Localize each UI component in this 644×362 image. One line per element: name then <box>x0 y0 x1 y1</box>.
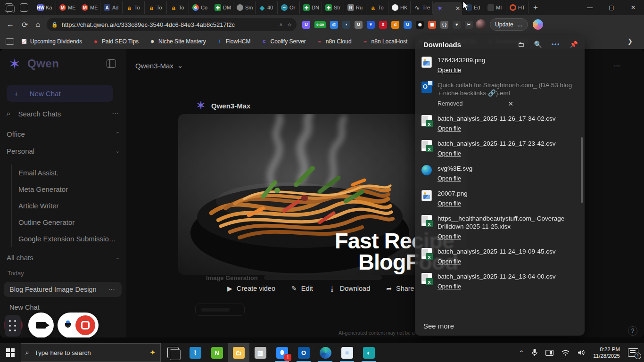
browser-tab[interactable]: aTo <box>123 1 145 14</box>
new-chat-button[interactable]: + New Chat <box>7 85 113 102</box>
address-bar[interactable]: 🔒 https://chat.qwen.ai/c/333c89ec-3540-4… <box>47 18 297 31</box>
audio-spiral-icon[interactable]: ◐ <box>358 343 380 362</box>
home-icon[interactable]: ⌂ <box>35 20 40 29</box>
download-item[interactable]: batch_analysis_2025-11-26_17-23-42.csvOp… <box>421 140 576 157</box>
zoom-icon[interactable]: ⬮1 <box>271 343 293 362</box>
taskbar-clock[interactable]: 8:22 PM 11/28/2025 <box>593 346 620 359</box>
start-button[interactable] <box>0 343 21 362</box>
red-s-icon[interactable]: S <box>379 21 387 29</box>
favorite-star-icon[interactable]: ☆ <box>287 22 292 28</box>
browser-tab[interactable]: RRu <box>344 1 366 14</box>
share-button[interactable]: ➦Share <box>386 285 414 292</box>
bookmark-item[interactable]: ◆Paid SEO Tips <box>92 38 139 45</box>
vertical-tabs-icon[interactable] <box>20 3 28 12</box>
restore-button[interactable]: ▢ <box>601 0 622 15</box>
browser-tab[interactable]: AAd <box>100 1 123 14</box>
browser-tab[interactable]: ◆40 <box>256 1 278 14</box>
microphone-icon[interactable] <box>532 349 537 356</box>
timer-badge-icon[interactable]: 9:39 <box>314 21 326 28</box>
open-file-link[interactable]: Open file <box>438 175 461 182</box>
edit-button[interactable]: ✎Edit <box>291 285 313 292</box>
blue-triangle-icon[interactable]: ▼ <box>367 21 375 29</box>
bookmark-item[interactable]: 📈Upcoming Dividends <box>21 38 82 45</box>
workspaces-icon[interactable] <box>5 3 13 12</box>
browser-tab[interactable]: ∿Tre <box>411 1 433 14</box>
blue-shield-icon[interactable]: U <box>404 21 412 29</box>
voice-caret-icon[interactable]: ˄ <box>280 22 282 28</box>
chat-history-item[interactable]: Blog Featured Image Design⋯ <box>4 282 122 297</box>
vscode-icon[interactable]: ⌇ <box>184 343 206 362</box>
dailydev-icon[interactable]: d <box>391 21 399 29</box>
browser-tab[interactable]: MI <box>484 1 506 14</box>
search-chats-button[interactable]: ⌕ Search Chats ⋯ <box>7 109 120 118</box>
sidebar-item-google-extension-submission-g[interactable]: Google Extension Submission G... <box>12 230 120 247</box>
task-view-icon[interactable] <box>167 347 179 358</box>
chat-item-menu-dots[interactable]: ⋯ <box>108 286 116 293</box>
browser-tab[interactable]: HT <box>506 1 528 14</box>
page-menu-dots[interactable]: ⋯ <box>614 62 621 69</box>
system-monitor-icon[interactable]: ▥ <box>249 343 271 362</box>
browser-tab[interactable]: ✚Str <box>322 1 344 14</box>
open-file-link[interactable]: Open file <box>438 233 461 240</box>
open-file-link[interactable]: Open file <box>438 150 461 157</box>
open-file-link[interactable]: Open file <box>438 200 461 207</box>
open-file-link[interactable]: Open file <box>438 67 461 74</box>
recorder-avatar[interactable] <box>4 315 25 336</box>
browser-profile-avatar[interactable] <box>476 19 486 30</box>
bookmark-item[interactable]: ∞n8n Cloud <box>316 38 352 45</box>
microphone-icon[interactable] <box>65 321 71 330</box>
at-sign-icon[interactable]: @ <box>330 21 338 29</box>
download-item[interactable]: Quick collab for Straightnorth.com_ (DA … <box>421 81 576 107</box>
search-options-dots[interactable]: ⋯ <box>112 109 120 118</box>
snip-tool-icon[interactable]: ✂ <box>465 21 473 29</box>
stop-recording-button[interactable] <box>75 315 95 335</box>
notepadpp-icon[interactable]: N <box>206 343 228 362</box>
browser-tab[interactable]: ~Or <box>278 1 300 14</box>
sidebar-section-personal[interactable]: Personal ⌄ <box>7 147 120 155</box>
download-item[interactable]: 20007.pngOpen file <box>421 189 576 207</box>
url-text[interactable]: https://chat.qwen.ai/c/333c89ec-3540-4dc… <box>62 21 276 28</box>
sidebar-section-office[interactable]: Office ⌃ <box>7 130 120 138</box>
notepad-icon[interactable]: ≡ <box>336 343 358 362</box>
sidebar-item-email-assist[interactable]: Email Assist. <box>12 165 120 181</box>
orange-grid-icon[interactable]: ▦ <box>428 21 436 29</box>
sidebar-item-meta-generator[interactable]: Meta Generator <box>12 181 120 197</box>
code-braces-icon[interactable]: { } <box>440 21 448 29</box>
downloads-search-icon[interactable]: 🔍 <box>534 41 542 48</box>
copilot-icon[interactable] <box>533 19 543 30</box>
model-selector[interactable]: Qwen3-Max ⌄ <box>135 61 183 70</box>
download-button[interactable]: ⭳Download <box>329 285 371 292</box>
favorites-hub-icon[interactable] <box>6 38 14 45</box>
fingerprint-icon[interactable]: ◉ <box>416 21 424 29</box>
moon-sphere-icon[interactable]: ◗ <box>342 21 350 29</box>
tablet-mode-icon[interactable] <box>545 350 553 356</box>
tab-close-icon[interactable]: ✕ <box>455 5 460 12</box>
browser-tab[interactable]: MME <box>78 1 100 14</box>
download-item[interactable]: https__healthandbeautystuff.com_-Coverag… <box>421 214 576 240</box>
browser-tab[interactable]: ✚DM <box>211 1 233 14</box>
taskbar-search-box[interactable]: ⌕ Type here to search ✦ <box>21 343 161 362</box>
create-video-button[interactable]: ▶Create video <box>227 285 275 292</box>
new-tab-button[interactable]: + <box>528 3 543 12</box>
update-button[interactable]: Update … <box>490 18 528 31</box>
file-explorer-icon[interactable]: 🗀 <box>228 343 249 362</box>
wifi-icon[interactable] <box>561 350 570 356</box>
drag-handle-icon[interactable] <box>5 315 21 337</box>
edge-icon[interactable] <box>314 343 336 362</box>
sidebar-item-article-writer[interactable]: Article Writer <box>12 197 120 214</box>
health-monitor-icon[interactable]: ♥ <box>453 21 461 29</box>
see-more-link[interactable]: See more <box>423 322 454 330</box>
active-tab-qwen[interactable]: ✶✕ <box>433 2 462 15</box>
sidebar-collapse-icon[interactable] <box>107 59 116 68</box>
download-item[interactable]: batch_analysis_2025-11-24_13-04-00.csvOp… <box>421 272 576 290</box>
bookmark-item[interactable]: fFlowHCM <box>216 38 251 45</box>
browser-tab[interactable]: aTo <box>145 1 167 14</box>
browser-tab[interactable]: HWKa <box>34 1 56 14</box>
bookmark-item[interactable]: ⊕Niche Site Mastery <box>149 38 206 45</box>
gray-shield-icon[interactable]: U <box>355 21 363 29</box>
outlook-icon[interactable]: O <box>293 343 314 362</box>
browser-tab[interactable]: Co <box>189 1 211 14</box>
volume-icon[interactable] <box>578 349 585 356</box>
downloads-folder-icon[interactable]: 🗀 <box>518 41 524 48</box>
bookmarks-overflow-icon[interactable]: ❯ <box>627 38 633 45</box>
